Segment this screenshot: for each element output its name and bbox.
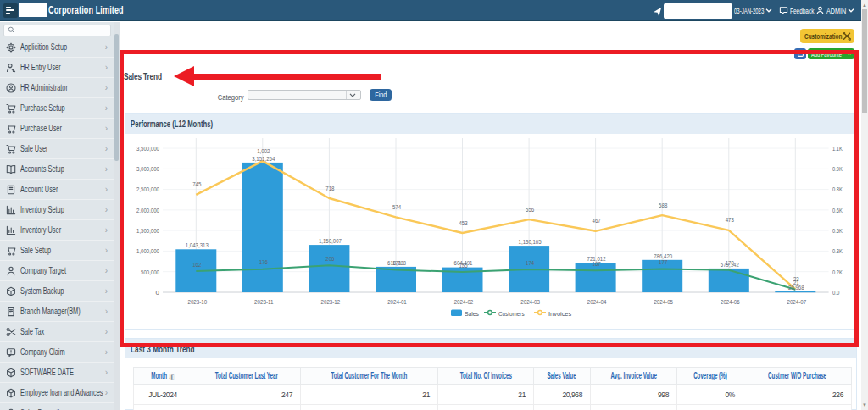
svg-text:1,043,313: 1,043,313	[186, 241, 209, 249]
svg-text:1,150,007: 1,150,007	[319, 237, 342, 245]
svg-text:Invoices: Invoices	[548, 310, 571, 318]
svg-text:155: 155	[459, 262, 468, 269]
svg-text:556: 556	[526, 206, 535, 213]
svg-text:162: 162	[192, 261, 202, 269]
svg-text:Customers: Customers	[498, 310, 525, 318]
svg-text:Sales: Sales	[465, 310, 479, 318]
svg-text:0.3K: 0.3K	[832, 247, 843, 255]
svg-text:0.8K: 0.8K	[832, 186, 843, 193]
svg-text:0.2K: 0.2K	[832, 269, 843, 276]
svg-text:3,000,000: 3,000,000	[136, 165, 159, 173]
svg-text:167: 167	[593, 260, 602, 268]
svg-text:453: 453	[459, 219, 468, 227]
svg-text:2023-10: 2023-10	[188, 298, 208, 306]
svg-text:2024-05: 2024-05	[654, 298, 673, 306]
svg-text:1,002: 1,002	[257, 147, 270, 155]
svg-text:467: 467	[593, 217, 602, 224]
svg-text:2,000,000: 2,000,000	[136, 207, 159, 214]
svg-text:745: 745	[192, 180, 202, 188]
svg-text:500,000: 500,000	[141, 269, 159, 276]
svg-text:2,500,000: 2,500,000	[136, 186, 159, 193]
svg-text:0.5K: 0.5K	[832, 227, 843, 235]
svg-text:718: 718	[326, 185, 335, 192]
svg-text:177: 177	[659, 258, 668, 266]
svg-text:2024-02: 2024-02	[454, 298, 474, 306]
svg-text:473: 473	[726, 216, 735, 224]
svg-text:170: 170	[726, 259, 735, 267]
svg-text:2023-11: 2023-11	[254, 298, 274, 306]
svg-text:0.0: 0.0	[832, 289, 840, 296]
svg-text:206: 206	[326, 255, 335, 263]
svg-text:3,500,000: 3,500,000	[136, 145, 159, 152]
svg-text:2024-01: 2024-01	[387, 298, 407, 306]
svg-text:2024-06: 2024-06	[721, 298, 740, 306]
svg-text:2024-03: 2024-03	[520, 298, 540, 306]
svg-text:1,000,000: 1,000,000	[136, 247, 159, 255]
svg-text:2024-04: 2024-04	[587, 298, 607, 306]
svg-text:574: 574	[392, 203, 402, 211]
svg-text:588: 588	[659, 202, 668, 209]
svg-text:2024-07: 2024-07	[787, 298, 807, 306]
svg-text:3,151,254: 3,151,254	[252, 155, 275, 163]
svg-text:1,500,000: 1,500,000	[136, 227, 159, 235]
svg-text:1,130,165: 1,130,165	[519, 238, 542, 246]
svg-text:174: 174	[526, 259, 535, 267]
svg-text:0.6K: 0.6K	[832, 207, 843, 214]
svg-text:2023-12: 2023-12	[321, 298, 341, 306]
svg-text:171: 171	[392, 259, 402, 267]
svg-text:1.1K: 1.1K	[832, 145, 843, 152]
svg-text:0.9K: 0.9K	[832, 165, 843, 173]
svg-text:176: 176	[259, 258, 269, 266]
svg-text:21: 21	[793, 279, 799, 286]
svg-text:0: 0	[156, 289, 160, 296]
